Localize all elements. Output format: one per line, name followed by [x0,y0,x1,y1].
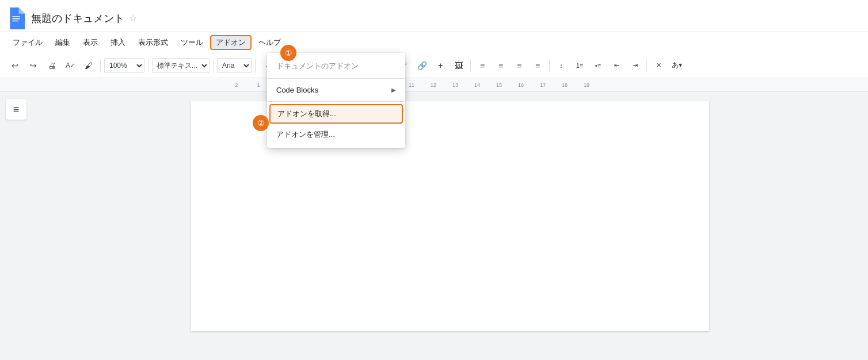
code-blocks-label: Code Blocks [276,86,318,94]
code-blocks-menu-item[interactable]: Code Blocks ▶ [267,81,405,99]
ruler-mark: 14 [466,82,488,88]
addon-dropdown: ドキュメントのアドオン Code Blocks ▶ アドオンを取得... アドオ… [267,53,405,148]
svg-rect-1 [12,18,20,20]
ruler-mark: 12 [422,82,444,88]
divider-6 [470,59,471,72]
ruler-mark: 15 [488,82,510,88]
ruler: 2 1 6 7 8 9 10 11 12 13 14 15 16 17 18 1… [0,78,868,92]
divider-4 [255,59,256,72]
ruler-mark: 2 [226,82,248,88]
menu-tools[interactable]: ツール [175,35,209,50]
toolbar: ↩ ↪ 🖨 A✓ 🖌 100% 75% 125% 150% 標準テキス... A… [0,53,868,78]
main-area: ≡ [0,92,868,360]
print-button[interactable]: 🖨 [44,58,60,74]
menu-file[interactable]: ファイル [7,35,48,50]
doc-area [32,92,868,360]
align-right-button[interactable]: ≡ [511,58,527,74]
style-select[interactable]: 標準テキス... [152,58,210,73]
menu-addons[interactable]: アドオン [210,35,252,50]
divider-7 [549,59,550,72]
ruler-mark: 19 [576,82,597,88]
menu-help[interactable]: ヘルプ [253,35,287,50]
sidebar-left: ≡ [0,92,32,360]
align-left-button[interactable]: ≡ [474,58,490,74]
menu-edit[interactable]: 編集 [50,35,76,50]
link-button[interactable]: 🔗 [414,58,430,74]
dropdown-header: ドキュメントのアドオン [267,56,405,76]
svg-rect-0 [12,16,20,17]
get-addons-label: アドオンを取得... [277,109,336,119]
clear-formatting-button[interactable]: ✕ [650,58,667,74]
line-spacing-button[interactable]: ↕ [553,58,569,74]
svg-rect-2 [12,20,18,21]
outline-icon-symbol: ≡ [13,104,20,116]
title-area: 無題のドキュメント ☆ [31,12,137,25]
comment-button[interactable]: + [432,58,448,74]
ruler-numbers: 2 1 6 7 8 9 10 11 12 13 14 15 16 17 18 1… [7,78,868,91]
font-select[interactable]: Aria Arial [217,58,252,73]
spell-check-button[interactable]: A✓ [62,58,78,74]
align-center-button[interactable]: ≡ [493,58,509,74]
image-button[interactable]: 🖼 [451,58,467,74]
redo-button[interactable]: ↪ [25,58,41,74]
ruler-mark: 16 [510,82,532,88]
divider-1 [100,59,101,72]
ruler-mark: 1 [248,82,269,88]
manage-addons-menu-item[interactable]: アドオンを管理... [267,125,405,144]
paint-format-button[interactable]: 🖌 [81,58,97,74]
increase-indent-button[interactable]: ⇥ [627,58,643,74]
manage-addons-label: アドオンを管理... [276,129,335,140]
menu-insert[interactable]: 挿入 [105,35,131,50]
align-justify-button[interactable]: ≡ [530,58,546,74]
divider-2 [148,59,149,72]
dropdown-separator [267,78,405,79]
menu-format[interactable]: 表示形式 [132,35,174,50]
menu-view[interactable]: 表示 [77,35,104,50]
menu-bar: ファイル 編集 表示 挿入 表示形式 ツール アドオン ヘルプ [0,32,868,53]
outline-icon[interactable]: ≡ [6,99,26,120]
dropdown-separator-2 [267,101,405,102]
numbered-list-button[interactable]: 1≡ [572,58,588,74]
bullet-list-button[interactable]: •≡ [590,58,606,74]
submenu-arrow-icon: ▶ [391,87,396,93]
divider-3 [213,59,214,72]
get-addons-menu-item[interactable]: アドオンを取得... [269,104,403,124]
ruler-content: 2 1 6 7 8 9 10 11 12 13 14 15 16 17 18 1… [7,78,868,91]
star-icon[interactable]: ☆ [129,13,137,24]
divider-8 [646,59,647,72]
ruler-mark: 17 [532,82,554,88]
title-bar: 無題のドキュメント ☆ [0,0,868,32]
zoom-select[interactable]: 100% 75% 125% 150% [104,58,144,73]
decrease-indent-button[interactable]: ⇤ [608,58,625,74]
ruler-mark: 18 [554,82,576,88]
undo-button[interactable]: ↩ [7,58,23,74]
ruler-mark: 13 [444,82,466,88]
docs-icon [7,7,25,29]
doc-title-text[interactable]: 無題のドキュメント [31,12,124,25]
doc-title-container: 無題のドキュメント ☆ [31,12,137,25]
japanese-input-button[interactable]: あ▾ [669,58,685,74]
